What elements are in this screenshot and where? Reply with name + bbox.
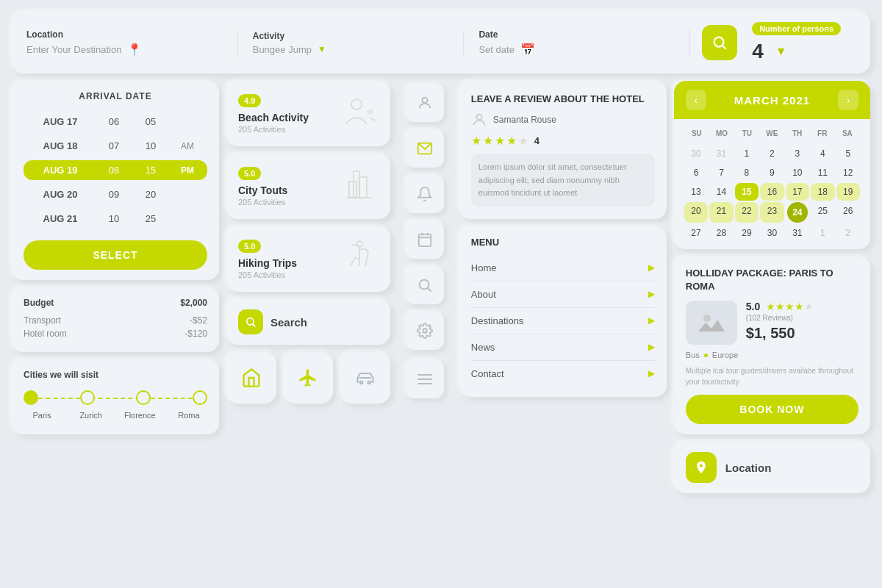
car-icon-card[interactable] (340, 352, 390, 404)
calendar-icon (417, 232, 433, 248)
calendar-icon-btn[interactable] (406, 220, 444, 259)
cal-day[interactable]: 14 (709, 183, 733, 201)
activity-name-0: Beach Activity (238, 112, 309, 123)
city-0: Paris (24, 411, 60, 420)
location-card[interactable]: Location (674, 442, 870, 493)
menu-arrow-destinations: ▶ (648, 315, 655, 326)
location-field[interactable]: Location Enter Your Destination 📍 (26, 29, 238, 57)
date-row-4[interactable]: AUG 21 10 25 (24, 209, 207, 229)
city-2: Florence (121, 411, 158, 420)
calendar-grid: 30 31 1 2 3 4 5 6 7 8 9 10 11 1 (684, 145, 860, 242)
cal-day[interactable]: 2 (760, 145, 784, 162)
reviewer-avatar-icon (471, 112, 487, 128)
cal-day[interactable]: 26 (836, 202, 860, 223)
cal-day[interactable]: 20 (684, 202, 708, 223)
activity-card-0[interactable]: 4.9 Beach Activity 205 Activities (226, 81, 390, 146)
city-dot-0 (24, 390, 38, 405)
cal-day[interactable]: 28 (709, 224, 733, 242)
cal-day[interactable]: 22 (735, 202, 759, 223)
cal-day[interactable]: 4 (811, 145, 834, 162)
select-button[interactable]: SELECT (24, 240, 207, 270)
bell-icon-btn[interactable] (406, 175, 444, 213)
car-icon (355, 368, 376, 388)
cal-day[interactable]: 19 (836, 183, 860, 201)
flight-icon-card[interactable] (284, 352, 334, 404)
cal-day[interactable]: 17 (786, 183, 809, 201)
cal-day[interactable]: 31 (786, 224, 809, 242)
date-row-2[interactable]: AUG 19 08 15 PM (24, 160, 207, 180)
profile-icon-btn[interactable] (406, 84, 444, 122)
date-row-1[interactable]: AUG 18 07 10 AM (24, 136, 207, 156)
persons-field[interactable]: Number of persons 4 ▼ (737, 22, 856, 63)
menu-item-contact[interactable]: Contact ▶ (471, 361, 655, 387)
menu-item-home[interactable]: Home ▶ (471, 255, 655, 282)
cal-day[interactable]: 12 (836, 164, 860, 182)
cal-day[interactable]: 23 (760, 202, 784, 223)
review-rating: 4 (534, 135, 539, 146)
cal-day[interactable]: 30 (760, 224, 784, 242)
cal-day[interactable]: 2 (836, 224, 860, 242)
menu-item-destinations[interactable]: Destinations ▶ (471, 308, 655, 334)
cal-day[interactable]: 30 (684, 145, 708, 162)
svg-point-7 (356, 241, 362, 247)
activity-card-2[interactable]: 5.0 Hiking Trips 205 Activities (226, 226, 390, 292)
city-dot-1 (80, 390, 95, 405)
home-icon-card[interactable] (226, 352, 276, 404)
settings-icon-btn[interactable] (406, 312, 444, 350)
holiday-rating: 5.0 (746, 301, 760, 312)
arrival-card: ARRIVAL DATE AUG 17 06 05 AUG 18 07 10 A… (12, 81, 219, 280)
holiday-tags: Bus Europe (686, 351, 858, 359)
search-icon-inner (245, 316, 257, 328)
search-icon-box (238, 309, 263, 334)
cal-day[interactable]: 10 (786, 164, 809, 182)
date-field[interactable]: Date Set date 📅 (464, 29, 690, 57)
activity-badge-1: 5.0 (238, 167, 261, 180)
cal-next-button[interactable]: › (838, 90, 858, 110)
cal-day[interactable]: 29 (735, 224, 759, 242)
cal-day[interactable]: 13 (684, 183, 708, 201)
mail-icon-btn[interactable] (406, 129, 444, 168)
cal-day[interactable]: 7 (709, 164, 733, 182)
menu-title: MENU (471, 237, 655, 248)
calendar-card: ‹ MARCH 2021 › SU MO TU WE TH FR SA (674, 81, 870, 249)
activity-badge-0: 4.9 (238, 94, 261, 107)
cal-day[interactable]: 27 (684, 224, 708, 242)
svg-rect-4 (359, 177, 367, 198)
city-dot-3 (193, 390, 207, 405)
cal-day[interactable]: 5 (836, 145, 860, 162)
cal-day[interactable]: 31 (709, 145, 733, 162)
cal-day[interactable]: 8 (735, 164, 759, 182)
activity-count-2: 205 Activities (238, 270, 297, 279)
cal-day[interactable]: 25 (811, 202, 834, 223)
cal-day[interactable]: 1 (811, 224, 834, 242)
cal-day[interactable]: 16 (760, 183, 784, 201)
review-title: LEAVE A REVIEW ABOUT THE HOTEL (471, 93, 655, 106)
hamburger-icon (417, 373, 433, 386)
date-row-3[interactable]: AUG 20 09 20 (24, 184, 207, 204)
cal-day[interactable]: 1 (735, 145, 759, 162)
persons-value: 4 ▼ (752, 40, 786, 63)
date-value: Set date 📅 (478, 43, 675, 57)
cal-prev-button[interactable]: ‹ (686, 90, 706, 110)
search-icon-btn[interactable] (406, 266, 444, 304)
activity-field[interactable]: Activity Bungee Jump ▼ (238, 31, 465, 55)
menu-item-news[interactable]: News ▶ (471, 334, 655, 361)
menu-item-about[interactable]: About ▶ (471, 282, 655, 308)
date-row-0[interactable]: AUG 17 06 05 (24, 112, 207, 132)
cal-today[interactable]: 15 (735, 183, 759, 201)
search-button[interactable] (702, 25, 737, 60)
book-now-button[interactable]: BOOK NOW (686, 395, 858, 424)
cal-day[interactable]: 9 (760, 164, 784, 182)
cal-day[interactable]: 6 (684, 164, 708, 182)
search-card[interactable]: Search (226, 299, 390, 345)
cal-day[interactable]: 21 (709, 202, 733, 223)
cal-day[interactable]: 18 (811, 183, 834, 201)
cal-day[interactable]: 3 (786, 145, 809, 162)
cal-day[interactable]: 11 (811, 164, 834, 182)
holiday-price: $1, 550 (746, 325, 858, 342)
menu-icon-btn[interactable] (406, 360, 444, 398)
cal-selected[interactable]: 24 (787, 202, 808, 223)
activity-card-1[interactable]: 5.0 City Touts 205 Activities (226, 154, 390, 219)
search-icon (711, 35, 728, 51)
svg-rect-14 (418, 234, 431, 247)
